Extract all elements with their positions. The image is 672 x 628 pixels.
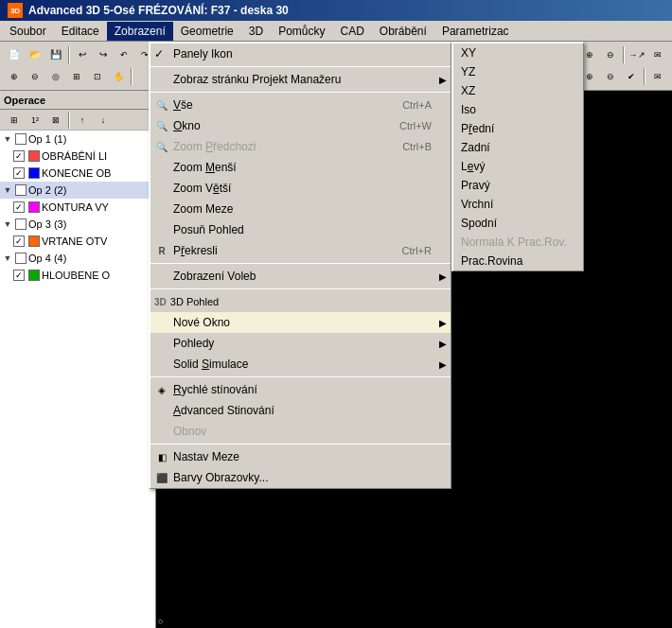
tree-op4[interactable]: ▼ Op 4 (4) [0,250,155,267]
label-panely-ikon: Panely Ikon [173,47,233,61]
menu-prekresli[interactable]: R Překresli Ctrl+R [150,240,451,261]
submenu-levy[interactable]: Levý [453,157,583,176]
menu-zobrazeni-voleb[interactable]: Zobrazení Voleb ▶ [150,266,451,287]
menu-zoom-predchozi[interactable]: 🔍 Zoom Předchozi Ctrl+B [150,136,451,157]
tb-open[interactable]: 📂 [26,45,44,64]
menu-zoom-okno[interactable]: 🔍 Okno Ctrl+W [150,115,451,136]
tb-save[interactable]: 💾 [46,45,65,64]
check-vrtane[interactable]: ✓ [13,236,25,247]
tree-hloubene[interactable]: ✓ HLOUBENE O [0,267,155,284]
color-op4 [15,253,27,264]
menu-3d-pohled[interactable]: 3D 3D Pohled [150,291,451,312]
submenu-yz[interactable]: YZ [453,62,583,81]
icon-rychle-stin: ◈ [152,385,171,395]
label-xz: XZ [461,84,475,97]
menu-nove-okno[interactable]: Nové Okno ▶ [150,312,451,333]
op-tb-1[interactable]: ⊞ [5,111,24,130]
menu-barvy-obrazovky[interactable]: ⬛ Barvy Obrazovky... [150,467,451,488]
submenu-xy[interactable]: XY [453,44,583,62]
tree-op1[interactable]: ▼ Op 1 (1) [0,131,155,148]
menu-pomucky[interactable]: Pomůcky [271,22,332,41]
menu-zoom-mensi[interactable]: Zoom Menší [150,157,451,178]
check-kontura[interactable]: ✓ [13,201,25,213]
submenu-zadni[interactable]: Zadní [453,138,583,157]
submenu-pravy[interactable]: Pravý [453,176,583,195]
tb2-1[interactable]: ⊕ [5,67,24,86]
op-tb-down[interactable]: ↓ [94,111,113,130]
arrow-solid-simulace: ▶ [439,359,447,370]
menu-geometrie[interactable]: Geometrie [173,22,241,41]
tb2-5[interactable]: ⊡ [88,67,107,86]
menu-panely-ikon[interactable]: ✓ Panely Ikon [150,44,451,64]
tree-kontura[interactable]: ✓ KONTURA VY [0,199,155,216]
shortcut-zoom-predchozi: Ctrl+B [402,141,447,152]
expand-op3[interactable]: ▼ [2,218,13,230]
left-panel: Operace ⊞ 1² ⊠ ↑ ↓ ▼ Op 1 (1) ✓ OBRÁBĚNÍ… [0,91,156,628]
menu-zoom-meze[interactable]: Zoom Meze [150,199,451,219]
tb-r11[interactable]: →↗ [628,45,646,64]
submenu-normala[interactable]: Normala K Prac.Rov. [453,233,583,252]
op-tb-up[interactable]: ↑ [73,111,92,130]
op-tb-3[interactable]: ⊠ [46,111,65,130]
tb-r12[interactable]: ✉ [648,45,667,64]
check-hloubene[interactable]: ✓ [13,270,25,281]
check-kon-ob[interactable]: ✓ [13,167,25,179]
tb-r10[interactable]: ⊖ [601,45,620,64]
menu-soubor[interactable]: Soubor [2,22,54,41]
menu-obrabeni[interactable]: Obrábění [372,22,434,41]
submenu-vrchni[interactable]: Vrchní [453,195,583,214]
menu-solid-simulace[interactable]: Solid Simulace ▶ [150,354,451,375]
menu-cad[interactable]: CAD [333,22,372,41]
tree-vrtane[interactable]: ✓ VRTANE OTV [0,233,155,250]
tb2-2[interactable]: ⊖ [26,67,44,86]
menu-pohledy[interactable]: Pohledy ▶ [150,333,451,354]
arrow-zobraz: ▶ [439,75,447,85]
tb2-sep2 [644,68,645,85]
menu-zobraz-stranku[interactable]: Zobraz stránku Projekt Manažeru ▶ [150,69,451,90]
tb2-4[interactable]: ⊞ [67,67,86,86]
submenu-predni[interactable]: Přední [453,119,583,138]
tb2-r9[interactable]: ✉ [648,67,667,86]
color-hloubene [28,270,40,281]
check-obr-li[interactable]: ✓ [13,150,25,162]
op-tb-2[interactable]: 1² [26,111,44,130]
tree-op2[interactable]: ▼ Op 2 (2) [0,182,155,199]
submenu-prac-rovina[interactable]: Prac.Rovina [453,252,583,270]
expand-op4[interactable]: ▼ [2,253,13,264]
menu-editace[interactable]: Editace [54,22,107,41]
menu-advanced-stin[interactable]: Advanced Stinování [150,400,451,421]
menu-zoom-vse[interactable]: 🔍 Vše Ctrl+A [150,95,451,115]
submenu-iso[interactable]: Iso [453,100,583,119]
icon-barvy-obrazovky: ⬛ [152,473,171,483]
tb2-sep1 [131,68,133,85]
label-zoom-okno-o: O [173,119,182,132]
tb2-3[interactable]: ◎ [46,67,65,86]
menu-zobrazeni[interactable]: Zobrazení [107,22,173,41]
menu-rychle-stin[interactable]: ◈ Rychlé stínování [150,379,451,400]
menu-obnov[interactable]: Obnov [150,421,451,442]
expand-op1[interactable]: ▼ [2,133,13,145]
shortcut-zoom-okno: Ctrl+W [399,120,447,131]
tree-op3[interactable]: ▼ Op 3 (3) [0,216,155,233]
tb-redo[interactable]: ↪ [94,45,113,64]
submenu-xz[interactable]: XZ [453,81,583,100]
label-zobrazeni-voleb: Zobrazení Voleb [173,270,256,283]
tb-new[interactable]: 📄 [5,45,24,64]
menu-zoom-vetsi[interactable]: Zoom Větší [150,178,451,199]
label-advanced-stin: Advanced Stinování [173,404,274,417]
op-sep [68,112,70,129]
tree-obr-li[interactable]: ✓ OBRÁBĚNÍ LI [0,148,155,165]
submenu-spodni[interactable]: Spodní [453,214,583,233]
expand-op2[interactable]: ▼ [2,184,13,196]
tb-undo[interactable]: ↩ [73,45,92,64]
tb2-6[interactable]: ✋ [109,67,128,86]
tb2-r7[interactable]: ⊖ [601,67,620,86]
operace-header: Operace [0,91,155,110]
menu-nastav-meze[interactable]: ◧ Nastav Meze [150,446,451,467]
tb2-r8[interactable]: ✔ [622,67,641,86]
tb-arc[interactable]: ↶ [115,45,133,64]
menu-3d[interactable]: 3D [241,22,271,41]
menu-parametrizace[interactable]: Parametrizac [434,22,517,41]
menu-posun-pohled[interactable]: Posuň Pohled [150,219,451,240]
tree-kon-ob[interactable]: ✓ KONECNE OB [0,165,155,182]
